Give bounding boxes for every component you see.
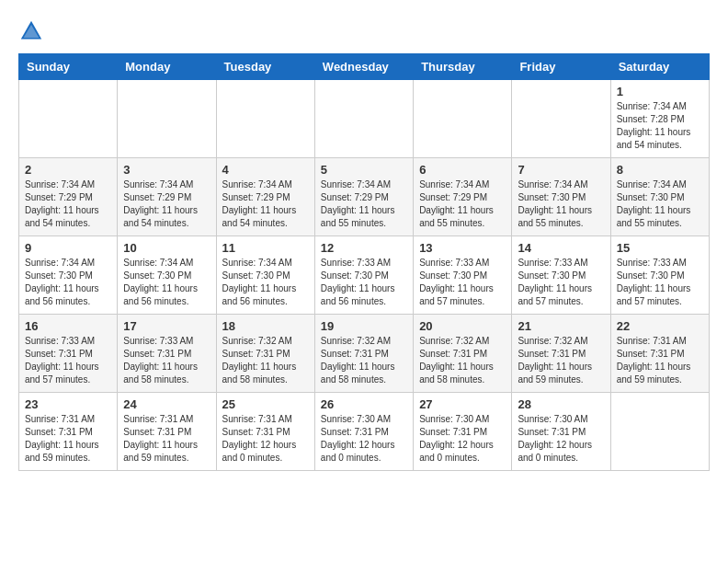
day-number: 14 xyxy=(518,241,604,255)
calendar-cell: 14Sunrise: 7:33 AM Sunset: 7:30 PM Dayli… xyxy=(512,236,610,315)
week-row-4: 16Sunrise: 7:33 AM Sunset: 7:31 PM Dayli… xyxy=(19,315,710,393)
day-info: Sunrise: 7:31 AM Sunset: 7:31 PM Dayligh… xyxy=(123,413,210,465)
column-header-sunday: Sunday xyxy=(19,54,118,80)
calendar-cell xyxy=(118,80,216,158)
day-info: Sunrise: 7:30 AM Sunset: 7:31 PM Dayligh… xyxy=(419,413,506,465)
calendar: SundayMondayTuesdayWednesdayThursdayFrid… xyxy=(18,53,710,471)
calendar-cell xyxy=(314,80,413,158)
calendar-cell: 26Sunrise: 7:30 AM Sunset: 7:31 PM Dayli… xyxy=(314,393,413,471)
week-row-2: 2Sunrise: 7:34 AM Sunset: 7:29 PM Daylig… xyxy=(19,158,710,236)
day-number: 24 xyxy=(123,397,210,411)
day-info: Sunrise: 7:32 AM Sunset: 7:31 PM Dayligh… xyxy=(321,335,407,386)
day-number: 15 xyxy=(617,241,703,255)
day-info: Sunrise: 7:30 AM Sunset: 7:31 PM Dayligh… xyxy=(321,413,407,465)
day-info: Sunrise: 7:32 AM Sunset: 7:31 PM Dayligh… xyxy=(518,335,604,386)
calendar-cell: 25Sunrise: 7:31 AM Sunset: 7:31 PM Dayli… xyxy=(216,393,314,471)
day-number: 17 xyxy=(123,319,210,333)
day-info: Sunrise: 7:34 AM Sunset: 7:29 PM Dayligh… xyxy=(25,178,111,230)
calendar-cell: 17Sunrise: 7:33 AM Sunset: 7:31 PM Dayli… xyxy=(118,315,216,393)
day-number: 23 xyxy=(25,397,111,411)
day-number: 10 xyxy=(123,241,210,255)
logo xyxy=(18,18,48,44)
calendar-cell: 2Sunrise: 7:34 AM Sunset: 7:29 PM Daylig… xyxy=(19,158,118,236)
day-number: 11 xyxy=(222,241,309,255)
calendar-cell: 8Sunrise: 7:34 AM Sunset: 7:30 PM Daylig… xyxy=(610,158,709,236)
column-header-monday: Monday xyxy=(118,54,216,80)
day-number: 5 xyxy=(321,163,407,177)
day-info: Sunrise: 7:34 AM Sunset: 7:29 PM Dayligh… xyxy=(419,178,506,230)
calendar-cell: 9Sunrise: 7:34 AM Sunset: 7:30 PM Daylig… xyxy=(19,236,118,315)
day-info: Sunrise: 7:32 AM Sunset: 7:31 PM Dayligh… xyxy=(419,335,506,386)
calendar-cell: 19Sunrise: 7:32 AM Sunset: 7:31 PM Dayli… xyxy=(314,315,413,393)
calendar-header-row: SundayMondayTuesdayWednesdayThursdayFrid… xyxy=(19,54,710,80)
calendar-cell: 15Sunrise: 7:33 AM Sunset: 7:30 PM Dayli… xyxy=(610,236,709,315)
column-header-saturday: Saturday xyxy=(610,54,709,80)
day-info: Sunrise: 7:34 AM Sunset: 7:30 PM Dayligh… xyxy=(222,257,309,308)
calendar-cell: 13Sunrise: 7:33 AM Sunset: 7:30 PM Dayli… xyxy=(414,236,512,315)
calendar-cell xyxy=(414,80,512,158)
day-number: 19 xyxy=(321,319,407,333)
calendar-cell: 3Sunrise: 7:34 AM Sunset: 7:29 PM Daylig… xyxy=(118,158,216,236)
day-info: Sunrise: 7:34 AM Sunset: 7:30 PM Dayligh… xyxy=(25,257,111,308)
calendar-cell: 10Sunrise: 7:34 AM Sunset: 7:30 PM Dayli… xyxy=(118,236,216,315)
calendar-cell: 4Sunrise: 7:34 AM Sunset: 7:29 PM Daylig… xyxy=(216,158,314,236)
week-row-3: 9Sunrise: 7:34 AM Sunset: 7:30 PM Daylig… xyxy=(19,236,710,315)
day-number: 20 xyxy=(419,319,506,333)
day-number: 12 xyxy=(321,241,407,255)
calendar-cell: 28Sunrise: 7:30 AM Sunset: 7:31 PM Dayli… xyxy=(512,393,610,471)
day-info: Sunrise: 7:31 AM Sunset: 7:31 PM Dayligh… xyxy=(617,335,703,386)
day-number: 21 xyxy=(518,319,604,333)
calendar-cell: 18Sunrise: 7:32 AM Sunset: 7:31 PM Dayli… xyxy=(216,315,314,393)
day-info: Sunrise: 7:33 AM Sunset: 7:30 PM Dayligh… xyxy=(617,257,703,308)
week-row-5: 23Sunrise: 7:31 AM Sunset: 7:31 PM Dayli… xyxy=(19,393,710,471)
day-info: Sunrise: 7:31 AM Sunset: 7:31 PM Dayligh… xyxy=(25,413,111,465)
day-number: 4 xyxy=(222,163,309,177)
day-info: Sunrise: 7:34 AM Sunset: 7:30 PM Dayligh… xyxy=(617,178,703,230)
calendar-cell: 22Sunrise: 7:31 AM Sunset: 7:31 PM Dayli… xyxy=(610,315,709,393)
calendar-cell: 16Sunrise: 7:33 AM Sunset: 7:31 PM Dayli… xyxy=(19,315,118,393)
week-row-1: 1Sunrise: 7:34 AM Sunset: 7:28 PM Daylig… xyxy=(19,80,710,158)
day-number: 26 xyxy=(321,397,407,411)
day-info: Sunrise: 7:34 AM Sunset: 7:30 PM Dayligh… xyxy=(123,257,210,308)
calendar-cell: 7Sunrise: 7:34 AM Sunset: 7:30 PM Daylig… xyxy=(512,158,610,236)
logo-icon xyxy=(18,18,44,44)
calendar-cell xyxy=(19,80,118,158)
calendar-cell: 24Sunrise: 7:31 AM Sunset: 7:31 PM Dayli… xyxy=(118,393,216,471)
day-number: 16 xyxy=(25,319,111,333)
day-number: 1 xyxy=(617,85,703,98)
page-header xyxy=(18,18,710,44)
day-info: Sunrise: 7:34 AM Sunset: 7:29 PM Dayligh… xyxy=(123,178,210,230)
day-info: Sunrise: 7:33 AM Sunset: 7:30 PM Dayligh… xyxy=(518,257,604,308)
calendar-cell: 12Sunrise: 7:33 AM Sunset: 7:30 PM Dayli… xyxy=(314,236,413,315)
day-info: Sunrise: 7:33 AM Sunset: 7:31 PM Dayligh… xyxy=(123,335,210,386)
day-number: 6 xyxy=(419,163,506,177)
day-info: Sunrise: 7:33 AM Sunset: 7:30 PM Dayligh… xyxy=(419,257,506,308)
day-number: 18 xyxy=(222,319,309,333)
day-info: Sunrise: 7:33 AM Sunset: 7:30 PM Dayligh… xyxy=(321,257,407,308)
day-number: 7 xyxy=(518,163,604,177)
day-number: 3 xyxy=(123,163,210,177)
calendar-cell xyxy=(512,80,610,158)
day-info: Sunrise: 7:34 AM Sunset: 7:30 PM Dayligh… xyxy=(518,178,604,230)
column-header-thursday: Thursday xyxy=(414,54,512,80)
calendar-cell: 21Sunrise: 7:32 AM Sunset: 7:31 PM Dayli… xyxy=(512,315,610,393)
day-info: Sunrise: 7:34 AM Sunset: 7:29 PM Dayligh… xyxy=(222,178,309,230)
day-number: 13 xyxy=(419,241,506,255)
day-number: 22 xyxy=(617,319,703,333)
day-info: Sunrise: 7:31 AM Sunset: 7:31 PM Dayligh… xyxy=(222,413,309,465)
column-header-wednesday: Wednesday xyxy=(314,54,413,80)
day-info: Sunrise: 7:30 AM Sunset: 7:31 PM Dayligh… xyxy=(518,413,604,465)
calendar-cell: 11Sunrise: 7:34 AM Sunset: 7:30 PM Dayli… xyxy=(216,236,314,315)
calendar-cell: 1Sunrise: 7:34 AM Sunset: 7:28 PM Daylig… xyxy=(610,80,709,158)
day-number: 2 xyxy=(25,163,111,177)
day-info: Sunrise: 7:34 AM Sunset: 7:28 PM Dayligh… xyxy=(617,100,703,152)
column-header-friday: Friday xyxy=(512,54,610,80)
day-number: 8 xyxy=(617,163,703,177)
calendar-cell: 5Sunrise: 7:34 AM Sunset: 7:29 PM Daylig… xyxy=(314,158,413,236)
calendar-cell: 27Sunrise: 7:30 AM Sunset: 7:31 PM Dayli… xyxy=(414,393,512,471)
day-number: 9 xyxy=(25,241,111,255)
day-number: 28 xyxy=(518,397,604,411)
day-number: 27 xyxy=(419,397,506,411)
calendar-cell: 20Sunrise: 7:32 AM Sunset: 7:31 PM Dayli… xyxy=(414,315,512,393)
day-number: 25 xyxy=(222,397,309,411)
